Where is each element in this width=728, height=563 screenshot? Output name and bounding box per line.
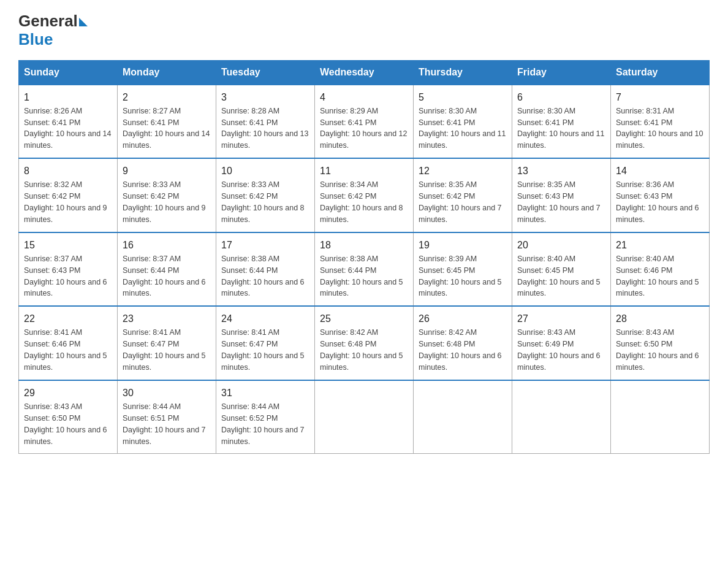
calendar-body: 1Sunrise: 8:26 AMSunset: 6:41 PMDaylight… — [19, 85, 710, 454]
calendar-cell: 17Sunrise: 8:38 AMSunset: 6:44 PMDayligh… — [216, 232, 315, 307]
day-info: Sunrise: 8:38 AMSunset: 6:44 PMDaylight:… — [221, 255, 305, 298]
calendar-cell: 2Sunrise: 8:27 AMSunset: 6:41 PMDaylight… — [118, 85, 216, 159]
page-header: General Blue — [18, 12, 710, 49]
calendar-cell — [611, 380, 710, 454]
day-number: 23 — [123, 312, 211, 326]
logo: General Blue — [18, 12, 88, 49]
day-info: Sunrise: 8:28 AMSunset: 6:41 PMDaylight:… — [221, 107, 308, 150]
day-number: 7 — [616, 90, 704, 104]
day-number: 30 — [123, 386, 211, 400]
day-info: Sunrise: 8:33 AMSunset: 6:42 PMDaylight:… — [221, 180, 305, 224]
header-cell-tuesday: Tuesday — [216, 60, 315, 85]
day-number: 1 — [24, 90, 112, 104]
calendar-cell: 28Sunrise: 8:43 AMSunset: 6:50 PMDayligh… — [611, 306, 710, 380]
day-number: 4 — [320, 90, 408, 104]
calendar-cell: 8Sunrise: 8:32 AMSunset: 6:42 PMDaylight… — [19, 158, 118, 232]
day-info: Sunrise: 8:27 AMSunset: 6:41 PMDaylight:… — [123, 107, 210, 150]
logo-general: General — [18, 12, 78, 30]
day-info: Sunrise: 8:41 AMSunset: 6:47 PMDaylight:… — [221, 328, 305, 372]
day-number: 22 — [24, 312, 112, 326]
calendar-cell: 22Sunrise: 8:41 AMSunset: 6:46 PMDayligh… — [19, 306, 118, 380]
header-cell-friday: Friday — [512, 60, 611, 85]
day-info: Sunrise: 8:31 AMSunset: 6:41 PMDaylight:… — [616, 107, 703, 150]
calendar-table: SundayMondayTuesdayWednesdayThursdayFrid… — [18, 60, 710, 454]
calendar-week-row: 22Sunrise: 8:41 AMSunset: 6:46 PMDayligh… — [19, 306, 710, 380]
day-info: Sunrise: 8:33 AMSunset: 6:42 PMDaylight:… — [123, 180, 206, 224]
day-info: Sunrise: 8:40 AMSunset: 6:45 PMDaylight:… — [517, 255, 601, 298]
calendar-cell: 21Sunrise: 8:40 AMSunset: 6:46 PMDayligh… — [611, 232, 710, 307]
calendar-cell: 19Sunrise: 8:39 AMSunset: 6:45 PMDayligh… — [414, 232, 512, 307]
day-number: 24 — [221, 312, 309, 326]
day-number: 28 — [616, 312, 704, 326]
header-cell-wednesday: Wednesday — [315, 60, 414, 85]
day-info: Sunrise: 8:32 AMSunset: 6:42 PMDaylight:… — [24, 180, 107, 224]
calendar-cell: 26Sunrise: 8:42 AMSunset: 6:48 PMDayligh… — [414, 306, 512, 380]
day-number: 11 — [320, 164, 408, 178]
day-number: 31 — [221, 386, 309, 400]
day-number: 14 — [616, 164, 704, 178]
day-info: Sunrise: 8:40 AMSunset: 6:46 PMDaylight:… — [616, 255, 699, 298]
calendar-cell: 18Sunrise: 8:38 AMSunset: 6:44 PMDayligh… — [315, 232, 414, 307]
day-info: Sunrise: 8:44 AMSunset: 6:52 PMDaylight:… — [221, 402, 305, 446]
day-info: Sunrise: 8:35 AMSunset: 6:43 PMDaylight:… — [517, 180, 601, 224]
header-cell-sunday: Sunday — [19, 60, 118, 85]
day-number: 5 — [419, 90, 507, 104]
calendar-cell: 23Sunrise: 8:41 AMSunset: 6:47 PMDayligh… — [118, 306, 216, 380]
calendar-cell: 15Sunrise: 8:37 AMSunset: 6:43 PMDayligh… — [19, 232, 118, 307]
calendar-cell: 16Sunrise: 8:37 AMSunset: 6:44 PMDayligh… — [118, 232, 216, 307]
day-info: Sunrise: 8:42 AMSunset: 6:48 PMDaylight:… — [419, 328, 502, 372]
calendar-cell — [414, 380, 512, 454]
day-number: 25 — [320, 312, 408, 326]
calendar-week-row: 29Sunrise: 8:43 AMSunset: 6:50 PMDayligh… — [19, 380, 710, 454]
day-number: 26 — [419, 312, 507, 326]
calendar-cell: 3Sunrise: 8:28 AMSunset: 6:41 PMDaylight… — [216, 85, 315, 159]
day-number: 8 — [24, 164, 112, 178]
day-info: Sunrise: 8:37 AMSunset: 6:44 PMDaylight:… — [123, 255, 206, 298]
calendar-header-row: SundayMondayTuesdayWednesdayThursdayFrid… — [19, 60, 710, 85]
calendar-cell: 27Sunrise: 8:43 AMSunset: 6:49 PMDayligh… — [512, 306, 611, 380]
header-cell-monday: Monday — [118, 60, 216, 85]
day-info: Sunrise: 8:35 AMSunset: 6:42 PMDaylight:… — [419, 180, 502, 224]
calendar-cell: 14Sunrise: 8:36 AMSunset: 6:43 PMDayligh… — [611, 158, 710, 232]
calendar-week-row: 15Sunrise: 8:37 AMSunset: 6:43 PMDayligh… — [19, 232, 710, 307]
calendar-cell: 1Sunrise: 8:26 AMSunset: 6:41 PMDaylight… — [19, 85, 118, 159]
day-info: Sunrise: 8:34 AMSunset: 6:42 PMDaylight:… — [320, 180, 403, 224]
calendar-cell: 29Sunrise: 8:43 AMSunset: 6:50 PMDayligh… — [19, 380, 118, 454]
day-info: Sunrise: 8:38 AMSunset: 6:44 PMDaylight:… — [320, 255, 403, 298]
calendar-cell: 20Sunrise: 8:40 AMSunset: 6:45 PMDayligh… — [512, 232, 611, 307]
day-info: Sunrise: 8:26 AMSunset: 6:41 PMDaylight:… — [24, 107, 111, 150]
day-number: 15 — [24, 238, 112, 252]
day-info: Sunrise: 8:41 AMSunset: 6:47 PMDaylight:… — [123, 328, 206, 372]
day-info: Sunrise: 8:42 AMSunset: 6:48 PMDaylight:… — [320, 328, 403, 372]
day-number: 21 — [616, 238, 704, 252]
day-number: 12 — [419, 164, 507, 178]
calendar-cell — [315, 380, 414, 454]
logo-blue: Blue — [18, 30, 88, 49]
calendar-cell: 11Sunrise: 8:34 AMSunset: 6:42 PMDayligh… — [315, 158, 414, 232]
calendar-week-row: 1Sunrise: 8:26 AMSunset: 6:41 PMDaylight… — [19, 85, 710, 159]
day-info: Sunrise: 8:30 AMSunset: 6:41 PMDaylight:… — [419, 107, 506, 150]
day-info: Sunrise: 8:37 AMSunset: 6:43 PMDaylight:… — [24, 255, 107, 298]
day-number: 6 — [517, 90, 605, 104]
calendar-cell: 4Sunrise: 8:29 AMSunset: 6:41 PMDaylight… — [315, 85, 414, 159]
day-number: 17 — [221, 238, 309, 252]
calendar-cell: 9Sunrise: 8:33 AMSunset: 6:42 PMDaylight… — [118, 158, 216, 232]
day-number: 27 — [517, 312, 605, 326]
calendar-cell: 5Sunrise: 8:30 AMSunset: 6:41 PMDaylight… — [414, 85, 512, 159]
day-info: Sunrise: 8:43 AMSunset: 6:49 PMDaylight:… — [517, 328, 601, 372]
calendar-cell: 12Sunrise: 8:35 AMSunset: 6:42 PMDayligh… — [414, 158, 512, 232]
calendar-cell: 24Sunrise: 8:41 AMSunset: 6:47 PMDayligh… — [216, 306, 315, 380]
day-info: Sunrise: 8:43 AMSunset: 6:50 PMDaylight:… — [24, 402, 107, 446]
header-cell-saturday: Saturday — [611, 60, 710, 85]
day-number: 20 — [517, 238, 605, 252]
day-number: 10 — [221, 164, 309, 178]
header-cell-thursday: Thursday — [414, 60, 512, 85]
calendar-cell: 6Sunrise: 8:30 AMSunset: 6:41 PMDaylight… — [512, 85, 611, 159]
day-info: Sunrise: 8:39 AMSunset: 6:45 PMDaylight:… — [419, 255, 502, 298]
day-info: Sunrise: 8:36 AMSunset: 6:43 PMDaylight:… — [616, 180, 699, 224]
day-number: 13 — [517, 164, 605, 178]
day-info: Sunrise: 8:29 AMSunset: 6:41 PMDaylight:… — [320, 107, 407, 150]
day-number: 18 — [320, 238, 408, 252]
calendar-cell: 25Sunrise: 8:42 AMSunset: 6:48 PMDayligh… — [315, 306, 414, 380]
day-number: 19 — [419, 238, 507, 252]
